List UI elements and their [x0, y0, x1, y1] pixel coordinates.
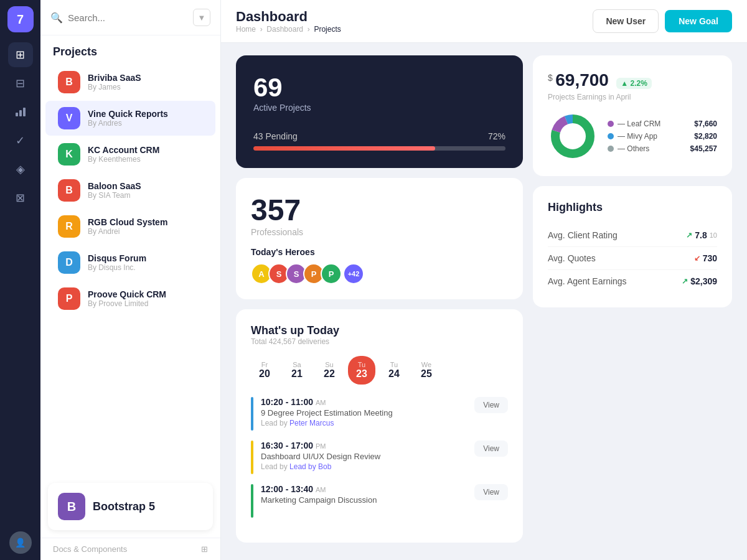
active-projects-card: 69 Active Projects 43 Pending 72%: [236, 55, 523, 168]
nav-icon-home[interactable]: ⊞: [8, 42, 33, 67]
earnings-legend: — Leaf CRM— Mivy App— Others: [608, 119, 680, 153]
legend-item-2: — Others: [608, 144, 680, 153]
header-actions: New User New Goal: [593, 9, 732, 33]
project-logo-vine: V: [58, 107, 80, 129]
professionals-label: Professionals: [251, 227, 508, 237]
user-avatar[interactable]: 👤: [9, 531, 32, 554]
event-name-0: 9 Degree Project Estimation Meeting: [261, 408, 467, 418]
svg-rect-2: [23, 108, 26, 116]
nav-icon-chart[interactable]: [8, 100, 33, 124]
event-view-button-2[interactable]: View: [474, 484, 508, 500]
schedule-title: What's up Today: [251, 324, 508, 337]
nav-icon-check[interactable]: ✓: [8, 128, 33, 153]
progress-percent: 72%: [488, 131, 505, 141]
legend-value-2: $45,257: [690, 144, 717, 153]
bootstrap-card[interactable]: B Bootstrap 5: [48, 483, 213, 530]
project-item-baloon[interactable]: B Baloon SaaS By SIA Team: [45, 173, 215, 208]
bootstrap-label: Bootstrap 5: [93, 500, 155, 513]
legend-values: $7,660$2,820$45,257: [690, 119, 717, 153]
earnings-dollar: $: [548, 73, 553, 83]
project-item-vine[interactable]: V Vine Quick Reports By Andres: [45, 101, 215, 136]
project-item-briviba[interactable]: B Briviba SaaS By James: [45, 65, 215, 100]
donut-chart: [548, 111, 598, 161]
project-logo-proove: P: [58, 287, 80, 310]
sidebar-bottom-link[interactable]: Docs & Components ⊞: [40, 538, 220, 560]
svg-rect-0: [16, 113, 18, 116]
project-logo-briviba: B: [58, 71, 80, 93]
highlight-label-2: Avg. Agent Earnings: [548, 276, 627, 286]
highlights-rows: Avg. Client Rating ↗ 7.8 10 Avg. Quotes …: [548, 224, 717, 292]
main-area: Dashboard Home › Dashboard › Projects Ne…: [221, 0, 747, 560]
svg-rect-1: [19, 110, 22, 116]
event-view-button-0[interactable]: View: [474, 397, 508, 413]
project-logo-rgb: R: [58, 215, 80, 238]
heroes-section: Today's Heroes ASSPP+42: [251, 247, 508, 284]
content-right: $ 69,700 ▲ 2.2% Projects Earnings in Apr…: [533, 55, 732, 548]
highlights-card: Highlights Avg. Client Rating ↗ 7.8 10 A…: [533, 186, 732, 307]
professionals-card: 357 Professionals Today's Heroes ASSPP+4…: [236, 178, 523, 299]
calendar-day-22[interactable]: Su22: [316, 356, 343, 385]
project-item-kc[interactable]: K KC Account CRM By Keenthemes: [45, 137, 215, 172]
search-input[interactable]: [68, 12, 188, 23]
calendar-day-25[interactable]: We25: [413, 356, 440, 385]
event-time-0: 10:20 - 11:00 AM: [261, 397, 467, 407]
project-by-vine: By Andres: [88, 119, 168, 128]
donut-area: — Leaf CRM— Mivy App— Others $7,660$2,82…: [548, 111, 717, 161]
hero-more-count: +42: [343, 263, 364, 284]
highlights-title: Highlights: [548, 201, 717, 214]
projects-title: Projects: [40, 35, 220, 63]
earnings-amount: 69,700: [555, 70, 609, 90]
project-name-proove: Proove Quick CRM: [88, 289, 166, 299]
new-user-button[interactable]: New User: [593, 9, 659, 33]
progress-section: 43 Pending 72%: [253, 131, 505, 151]
project-name-disqus: Disqus Forum: [88, 253, 146, 263]
earnings-badge: ▲ 2.2%: [616, 78, 652, 89]
header: Dashboard Home › Dashboard › Projects Ne…: [221, 0, 747, 43]
earnings-card: $ 69,700 ▲ 2.2% Projects Earnings in Apr…: [533, 55, 732, 176]
project-by-kc: By Keenthemes: [88, 155, 159, 164]
legend-value-1: $2,820: [690, 132, 717, 141]
event-name-2: Marketing Campaign Discussion: [261, 495, 467, 505]
project-by-briviba: By James: [88, 83, 141, 91]
professionals-count: 357: [251, 193, 508, 227]
highlight-value-1: ↙ 730: [694, 253, 717, 263]
schedule-header: What's up Today Total 424,567 deliveries: [251, 324, 508, 346]
project-item-proove[interactable]: P Proove Quick CRM By Proove Limited: [45, 281, 215, 316]
project-item-rgb[interactable]: R RGB Cloud System By Andrei: [45, 209, 215, 244]
project-by-proove: By Proove Limited: [88, 299, 166, 308]
content-area: 69 Active Projects 43 Pending 72% 357 Pr…: [221, 43, 747, 560]
nav-icon-layers[interactable]: ◈: [8, 157, 33, 182]
nav-icon-grid[interactable]: ⊟: [8, 71, 33, 96]
project-by-disqus: By Disqus Inc.: [88, 263, 146, 272]
project-name-kc: KC Account CRM: [88, 145, 159, 155]
filter-button[interactable]: ▼: [193, 9, 210, 26]
legend-item-1: — Mivy App: [608, 132, 680, 141]
project-item-disqus[interactable]: D Disqus Forum By Disqus Inc.: [45, 245, 215, 280]
highlight-value-0: ↗ 7.8 10: [686, 230, 717, 240]
calendar-day-21[interactable]: Sa21: [283, 356, 311, 385]
legend-item-0: — Leaf CRM: [608, 119, 680, 128]
project-logo-disqus: D: [58, 251, 80, 274]
event-time-1: 16:30 - 17:00 PM: [261, 441, 467, 450]
search-icon: 🔍: [50, 12, 63, 24]
new-goal-button[interactable]: New Goal: [665, 10, 732, 32]
hero-avatars: ASSPP+42: [251, 263, 508, 284]
events-list: 10:20 - 11:00 AM 9 Degree Project Estima…: [251, 397, 508, 518]
highlight-label-0: Avg. Client Rating: [548, 230, 618, 240]
calendar-days: Fr20Sa21Su22Tu23Tu24We25: [251, 356, 508, 385]
calendar-day-23[interactable]: Tu23: [348, 356, 375, 385]
calendar-day-24[interactable]: Tu24: [380, 356, 408, 385]
nav-icon-box[interactable]: ⊠: [8, 185, 33, 210]
calendar-day-20[interactable]: Fr20: [251, 356, 278, 385]
heroes-title: Today's Heroes: [251, 247, 508, 257]
bootstrap-logo: B: [58, 493, 85, 520]
event-bar-0: [251, 397, 253, 431]
event-view-button-1[interactable]: View: [474, 441, 508, 457]
event-bar-1: [251, 441, 253, 474]
breadcrumb: Home › Dashboard › Projects: [236, 25, 341, 34]
project-name-rgb: RGB Cloud System: [88, 217, 167, 227]
user-number-badge: 7: [7, 6, 34, 32]
project-by-rgb: By Andrei: [88, 227, 167, 236]
active-projects-count: 69: [253, 73, 505, 103]
highlight-row-0: Avg. Client Rating ↗ 7.8 10: [548, 224, 717, 247]
